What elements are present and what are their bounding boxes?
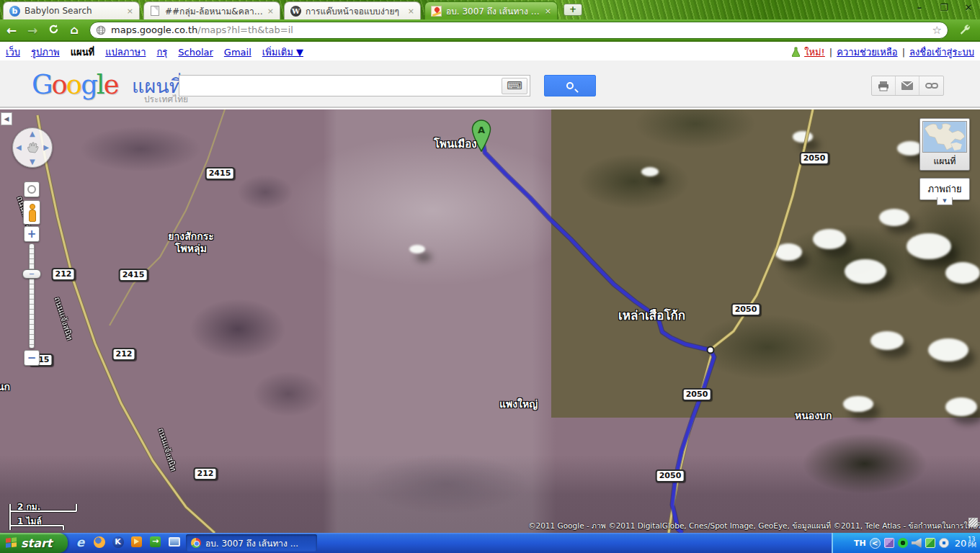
tab-close-icon[interactable]: × [267, 6, 274, 16]
maptype-expand-arrow[interactable]: ▼ [937, 197, 953, 205]
place-label-lao-suea-kok: เหล่าเสือโก้ก [618, 305, 685, 325]
maps-header: Google แผนที่ ประเทศไทย ⌨ [0, 60, 980, 108]
map-canvas[interactable]: A โพนเมือง ยางสักกระ โพหลุ่ม เหล่าเสือโก… [0, 109, 980, 533]
google-maps-icon [431, 6, 442, 17]
new-tab-button[interactable]: + [564, 4, 582, 16]
browser-toolbar: ← → ⌂ maps.google.co.th/maps?hl=th&tab=i… [0, 19, 980, 42]
link-more[interactable]: เพิ่มเติม ▼ [262, 45, 303, 60]
show-desktop-icon[interactable] [167, 535, 181, 549]
orange-app-icon[interactable] [130, 535, 143, 549]
place-label-yang-sak: ยางสักกระ โพหลุ่ม [148, 230, 234, 255]
start-button[interactable]: start [0, 533, 68, 553]
tab-close-icon[interactable]: × [545, 6, 551, 16]
antivirus-icon[interactable] [898, 538, 908, 548]
scale-mi-label: 1 ไมล์ [17, 514, 42, 528]
back-button[interactable]: ← [2, 23, 21, 37]
globe-icon [96, 25, 106, 35]
map-action-buttons [871, 76, 944, 96]
maximize-button[interactable]: ❐ [937, 2, 951, 13]
maptype-map-label: แผนที่ [922, 153, 967, 168]
babylon-icon: b [9, 6, 20, 17]
tab-close-icon[interactable]: × [127, 6, 133, 16]
link-translate[interactable]: แปลภาษา [105, 45, 146, 60]
tab-title: อบ. 3007 ถึง เส้นทาง 2050 ... [446, 4, 540, 18]
zoom-slider-handle[interactable]: − [22, 269, 41, 279]
divider: | [829, 47, 832, 58]
address-bar[interactable]: maps.google.co.th/maps?hl=th&tab=il ☆ [89, 22, 948, 39]
firefox-icon[interactable] [92, 535, 106, 549]
taskbar-clock[interactable]: 20 13 PM [955, 537, 976, 549]
link-groups[interactable]: กรุ [156, 45, 167, 60]
place-label-line: ยางสักกระ [148, 230, 234, 243]
place-label-phaeng-yai: แพงใหญ่ [499, 396, 538, 412]
task-title: อบ. 3007 ถึง เส้นทาง ... [205, 536, 298, 550]
link-images[interactable]: รูปภาพ [31, 45, 60, 60]
cd-drive-icon[interactable] [939, 538, 949, 548]
divider: | [902, 47, 905, 58]
link-help[interactable]: ความช่วยเหลือ [837, 45, 897, 60]
search-icon [566, 82, 574, 89]
tab-babylon-search[interactable]: b Babylon Search × [3, 1, 140, 19]
print-button[interactable] [872, 76, 896, 95]
minimize-button[interactable]: – [912, 2, 927, 13]
pan-down-arrow-icon[interactable]: ▼ [30, 158, 35, 166]
link-web[interactable]: เว็บ [6, 45, 20, 60]
app-tray-icon[interactable] [925, 538, 935, 548]
route-shield: 2050 [731, 303, 761, 316]
url-host: maps.google.co.th [111, 24, 197, 35]
home-button[interactable]: ⌂ [65, 23, 84, 37]
pan-left-arrow-icon[interactable]: ◀ [16, 143, 22, 151]
email-button[interactable] [896, 76, 919, 95]
email-icon [901, 81, 913, 90]
zoom-slider-track[interactable] [29, 243, 35, 349]
pan-up-arrow-icon[interactable]: ▲ [30, 130, 35, 138]
collapse-panel-button[interactable]: ◀ [1, 112, 12, 125]
route-shield: 2050 [800, 152, 829, 165]
map-copyright: ©2011 Google - ภาพ ©2011 DigitalGlobe, C… [528, 520, 980, 532]
route-shield: 2415 [205, 167, 235, 180]
virtual-keyboard-button[interactable]: ⌨ [502, 78, 527, 94]
link-icon [925, 82, 938, 89]
my-location-button[interactable] [24, 181, 40, 197]
pan-right-arrow-icon[interactable]: ▶ [43, 143, 49, 151]
link-gmail[interactable]: Gmail [224, 47, 251, 58]
quick-launch: e K → [74, 535, 181, 549]
link-button[interactable] [919, 76, 943, 95]
reload-icon [48, 24, 59, 35]
tab-wordpress[interactable]: W การแค๊บหน้าจอแบบง่ายๆ × [284, 1, 421, 19]
network-icon[interactable] [884, 538, 894, 548]
hide-icons-chevron[interactable]: < [870, 538, 881, 549]
link-scholar[interactable]: Scholar [178, 47, 213, 58]
print-icon [878, 81, 889, 91]
taskbar-task-chrome[interactable]: อบ. 3007 ถึง เส้นทาง ... [186, 534, 317, 552]
forward-button[interactable]: → [23, 23, 42, 37]
pegman-control[interactable] [23, 200, 40, 225]
close-button[interactable]: ✕ [961, 2, 976, 13]
bookmark-star-icon[interactable]: ☆ [932, 24, 942, 37]
zoom-in-button[interactable]: + [24, 226, 40, 242]
pan-control[interactable]: ▲ ▼ ◀ ▶ [12, 127, 53, 168]
route-waypoint-dot[interactable] [707, 346, 715, 354]
wrench-icon [958, 22, 971, 35]
tab-google-maps-active[interactable]: อบ. 3007 ถึง เส้นทาง 2050 ... × [424, 1, 558, 19]
search-button[interactable] [544, 75, 596, 96]
maptype-map-button[interactable]: แผนที่ [919, 118, 970, 171]
link-sign-in[interactable]: ลงชื่อเข้าสู่ระบบ [909, 45, 974, 60]
chrome-icon [191, 538, 201, 548]
volume-icon[interactable] [912, 538, 922, 548]
settings-wrench-button[interactable] [954, 22, 976, 38]
wordpress-icon: W [290, 6, 301, 17]
reload-button[interactable] [44, 23, 63, 37]
tab-close-icon[interactable]: × [408, 6, 414, 16]
green-arrow-app-icon[interactable]: → [148, 535, 162, 549]
search-input[interactable] [182, 77, 499, 94]
zoom-out-button[interactable]: − [24, 350, 40, 366]
tab-title: ##กลุ่ม-ล้อหนาม&คลาสสิค... [165, 4, 263, 18]
tab-group-page[interactable]: ##กลุ่ม-ล้อหนาม&คลาสสิค... × [143, 1, 280, 19]
internet-explorer-icon[interactable]: e [74, 535, 87, 549]
tab-title: Babylon Search [24, 6, 122, 16]
kmplayer-icon[interactable]: K [111, 535, 125, 549]
link-new[interactable]: ใหม่! [804, 45, 825, 60]
language-indicator[interactable]: TH [854, 539, 866, 548]
link-maps-current[interactable]: แผนที่ [71, 45, 94, 60]
